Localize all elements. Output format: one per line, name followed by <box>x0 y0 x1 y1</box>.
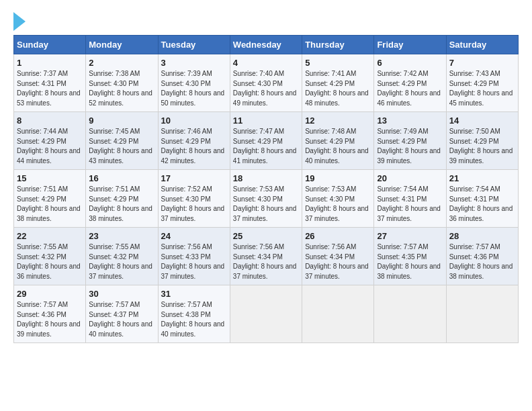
column-header-monday: Monday <box>86 36 158 54</box>
day-info: Sunrise: 7:38 AMSunset: 4:30 PMDaylight:… <box>89 70 152 107</box>
day-number: 20 <box>377 173 443 183</box>
day-number: 12 <box>305 116 371 126</box>
calendar-week-3: 15Sunrise: 7:51 AMSunset: 4:29 PMDayligh… <box>14 170 519 228</box>
day-number: 3 <box>161 58 227 68</box>
day-info: Sunrise: 7:55 AMSunset: 4:32 PMDaylight:… <box>17 243 81 280</box>
day-info: Sunrise: 7:48 AMSunset: 4:29 PMDaylight:… <box>305 128 369 165</box>
day-info: Sunrise: 7:57 AMSunset: 4:38 PMDaylight:… <box>161 301 225 338</box>
column-header-friday: Friday <box>374 36 446 54</box>
calendar-cell: 15Sunrise: 7:51 AMSunset: 4:29 PMDayligh… <box>14 170 86 228</box>
calendar-cell: 29Sunrise: 7:57 AMSunset: 4:36 PMDayligh… <box>14 285 86 343</box>
calendar-cell: 28Sunrise: 7:57 AMSunset: 4:36 PMDayligh… <box>446 228 518 285</box>
day-info: Sunrise: 7:51 AMSunset: 4:29 PMDaylight:… <box>17 185 81 222</box>
calendar-cell: 18Sunrise: 7:53 AMSunset: 4:30 PMDayligh… <box>230 170 302 228</box>
calendar-cell: 8Sunrise: 7:44 AMSunset: 4:29 PMDaylight… <box>14 112 86 170</box>
day-info: Sunrise: 7:51 AMSunset: 4:29 PMDaylight:… <box>89 185 152 222</box>
day-number: 6 <box>377 58 443 68</box>
logo-arrow-icon <box>13 12 26 31</box>
day-number: 7 <box>449 58 515 68</box>
day-number: 11 <box>233 116 299 126</box>
calendar-week-4: 22Sunrise: 7:55 AMSunset: 4:32 PMDayligh… <box>14 228 519 285</box>
day-info: Sunrise: 7:44 AMSunset: 4:29 PMDaylight:… <box>17 128 81 165</box>
day-number: 19 <box>305 173 371 183</box>
day-number: 28 <box>449 231 515 241</box>
calendar-cell: 13Sunrise: 7:49 AMSunset: 4:29 PMDayligh… <box>374 112 446 170</box>
day-number: 21 <box>449 173 515 183</box>
day-number: 16 <box>89 173 154 183</box>
column-header-saturday: Saturday <box>446 36 518 54</box>
day-number: 26 <box>305 231 371 241</box>
calendar-cell: 30Sunrise: 7:57 AMSunset: 4:37 PMDayligh… <box>86 285 158 343</box>
day-info: Sunrise: 7:54 AMSunset: 4:31 PMDaylight:… <box>449 185 513 222</box>
day-info: Sunrise: 7:55 AMSunset: 4:32 PMDaylight:… <box>89 243 152 280</box>
calendar-cell: 21Sunrise: 7:54 AMSunset: 4:31 PMDayligh… <box>446 170 518 228</box>
day-info: Sunrise: 7:40 AMSunset: 4:30 PMDaylight:… <box>233 70 297 107</box>
calendar-cell: 26Sunrise: 7:56 AMSunset: 4:34 PMDayligh… <box>302 228 374 285</box>
day-info: Sunrise: 7:37 AMSunset: 4:31 PMDaylight:… <box>17 70 81 107</box>
calendar-week-2: 8Sunrise: 7:44 AMSunset: 4:29 PMDaylight… <box>14 112 519 170</box>
column-header-sunday: Sunday <box>14 36 86 54</box>
calendar-cell: 2Sunrise: 7:38 AMSunset: 4:30 PMDaylight… <box>86 54 158 112</box>
column-header-wednesday: Wednesday <box>230 36 302 54</box>
page-header <box>13 11 519 31</box>
day-info: Sunrise: 7:47 AMSunset: 4:29 PMDaylight:… <box>233 128 297 165</box>
day-info: Sunrise: 7:57 AMSunset: 4:37 PMDaylight:… <box>89 301 152 338</box>
day-info: Sunrise: 7:57 AMSunset: 4:36 PMDaylight:… <box>449 243 513 280</box>
calendar-cell: 19Sunrise: 7:53 AMSunset: 4:30 PMDayligh… <box>302 170 374 228</box>
calendar-cell: 11Sunrise: 7:47 AMSunset: 4:29 PMDayligh… <box>230 112 302 170</box>
column-header-thursday: Thursday <box>302 36 374 54</box>
calendar-cell: 12Sunrise: 7:48 AMSunset: 4:29 PMDayligh… <box>302 112 374 170</box>
day-number: 4 <box>233 58 299 68</box>
calendar-cell: 5Sunrise: 7:41 AMSunset: 4:29 PMDaylight… <box>302 54 374 112</box>
calendar-week-1: 1Sunrise: 7:37 AMSunset: 4:31 PMDaylight… <box>14 54 519 112</box>
calendar-cell: 10Sunrise: 7:46 AMSunset: 4:29 PMDayligh… <box>158 112 230 170</box>
calendar-body: 1Sunrise: 7:37 AMSunset: 4:31 PMDaylight… <box>14 54 519 343</box>
day-info: Sunrise: 7:43 AMSunset: 4:29 PMDaylight:… <box>449 70 513 107</box>
day-info: Sunrise: 7:50 AMSunset: 4:29 PMDaylight:… <box>449 128 513 165</box>
calendar-header-row: SundayMondayTuesdayWednesdayThursdayFrid… <box>14 36 519 54</box>
day-number: 18 <box>233 173 299 183</box>
day-number: 5 <box>305 58 371 68</box>
calendar-cell: 14Sunrise: 7:50 AMSunset: 4:29 PMDayligh… <box>446 112 518 170</box>
calendar-cell <box>374 285 446 343</box>
day-number: 17 <box>161 173 227 183</box>
calendar-cell: 17Sunrise: 7:52 AMSunset: 4:30 PMDayligh… <box>158 170 230 228</box>
calendar-cell <box>446 285 518 343</box>
day-number: 27 <box>377 231 443 241</box>
day-number: 1 <box>17 58 83 68</box>
calendar-cell: 25Sunrise: 7:56 AMSunset: 4:34 PMDayligh… <box>230 228 302 285</box>
calendar-cell: 23Sunrise: 7:55 AMSunset: 4:32 PMDayligh… <box>86 228 158 285</box>
day-number: 24 <box>161 231 227 241</box>
day-info: Sunrise: 7:56 AMSunset: 4:33 PMDaylight:… <box>161 243 225 280</box>
day-info: Sunrise: 7:53 AMSunset: 4:30 PMDaylight:… <box>305 185 369 222</box>
day-number: 15 <box>17 173 83 183</box>
day-info: Sunrise: 7:41 AMSunset: 4:29 PMDaylight:… <box>305 70 369 107</box>
day-number: 10 <box>161 116 227 126</box>
day-info: Sunrise: 7:57 AMSunset: 4:36 PMDaylight:… <box>17 301 81 338</box>
day-info: Sunrise: 7:52 AMSunset: 4:30 PMDaylight:… <box>161 185 225 222</box>
day-info: Sunrise: 7:54 AMSunset: 4:31 PMDaylight:… <box>377 185 441 222</box>
calendar-cell: 4Sunrise: 7:40 AMSunset: 4:30 PMDaylight… <box>230 54 302 112</box>
day-number: 13 <box>377 116 443 126</box>
day-info: Sunrise: 7:57 AMSunset: 4:35 PMDaylight:… <box>377 243 441 280</box>
calendar-cell: 3Sunrise: 7:39 AMSunset: 4:30 PMDaylight… <box>158 54 230 112</box>
day-info: Sunrise: 7:45 AMSunset: 4:29 PMDaylight:… <box>89 128 152 165</box>
day-number: 14 <box>449 116 515 126</box>
calendar-table: SundayMondayTuesdayWednesdayThursdayFrid… <box>13 35 519 343</box>
calendar-cell: 20Sunrise: 7:54 AMSunset: 4:31 PMDayligh… <box>374 170 446 228</box>
day-info: Sunrise: 7:56 AMSunset: 4:34 PMDaylight:… <box>305 243 369 280</box>
calendar-cell <box>230 285 302 343</box>
day-number: 22 <box>17 231 83 241</box>
day-number: 23 <box>89 231 154 241</box>
calendar-cell: 9Sunrise: 7:45 AMSunset: 4:29 PMDaylight… <box>86 112 158 170</box>
day-info: Sunrise: 7:53 AMSunset: 4:30 PMDaylight:… <box>233 185 297 222</box>
day-number: 8 <box>17 116 83 126</box>
calendar-cell: 24Sunrise: 7:56 AMSunset: 4:33 PMDayligh… <box>158 228 230 285</box>
day-info: Sunrise: 7:42 AMSunset: 4:29 PMDaylight:… <box>377 70 441 107</box>
day-number: 9 <box>89 116 154 126</box>
day-info: Sunrise: 7:56 AMSunset: 4:34 PMDaylight:… <box>233 243 297 280</box>
logo <box>13 11 26 31</box>
calendar-cell: 7Sunrise: 7:43 AMSunset: 4:29 PMDaylight… <box>446 54 518 112</box>
day-info: Sunrise: 7:46 AMSunset: 4:29 PMDaylight:… <box>161 128 225 165</box>
calendar-cell <box>302 285 374 343</box>
